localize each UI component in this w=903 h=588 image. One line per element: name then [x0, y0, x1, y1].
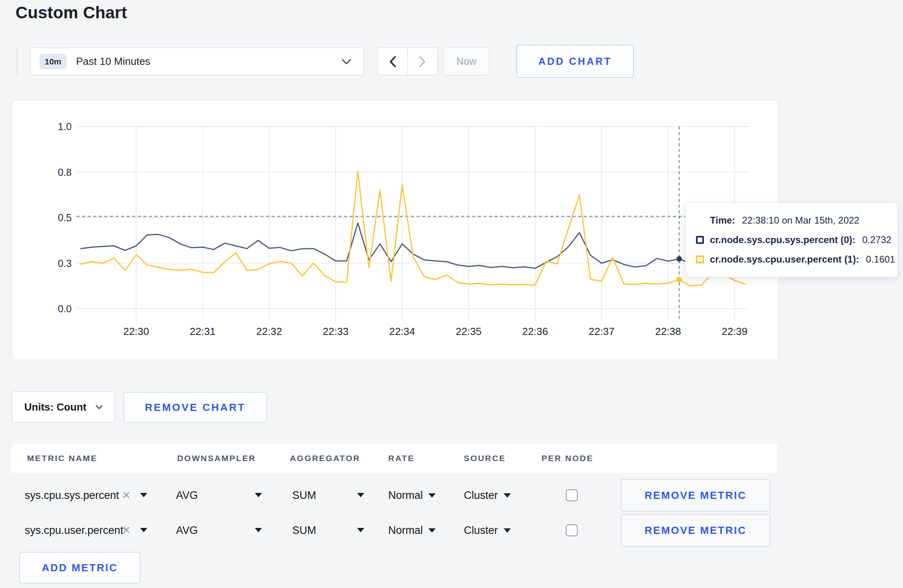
tooltip-series-row: cr.node.sys.cpu.sys.percent (0): 0.2732 [686, 230, 897, 250]
page-title: Custom Chart [16, 3, 127, 22]
x-axis-tick-label: 22:34 [389, 325, 415, 337]
x-axis-tick-label: 22:30 [123, 325, 149, 337]
per-node-checkbox[interactable] [566, 489, 578, 501]
y-axis-tick-label: 1.0 [58, 121, 72, 132]
y-axis-tick-label: 0.0 [58, 303, 72, 314]
column-header-aggregator: AGGREGATOR [290, 444, 360, 473]
units-select[interactable]: Units: Count [12, 391, 115, 423]
x-axis-tick-label: 22:33 [322, 325, 348, 337]
downsampler-select[interactable]: AVG [176, 514, 198, 547]
column-header-metric-name: METRIC NAME [27, 444, 98, 473]
clear-metric-icon[interactable]: ✕ [122, 479, 131, 512]
tooltip-time-label: Time: [710, 215, 735, 226]
dropdown-arrow-icon [357, 528, 364, 532]
dropdown-arrow-icon [255, 493, 262, 497]
toolbar-divider [17, 48, 18, 75]
source-select[interactable]: Cluster [464, 514, 511, 547]
rate-select[interactable]: Normal [388, 514, 436, 547]
remove-metric-button[interactable]: REMOVE METRIC [621, 514, 770, 547]
chart-card: 0.00.30.50.81.022:3022:3122:3222:3322:34… [12, 99, 779, 360]
y-axis-tick-label: 0.5 [58, 212, 72, 223]
column-header-per-node: PER NODE [541, 444, 594, 473]
chevron-left-icon [389, 56, 397, 68]
next-time-button[interactable] [408, 48, 438, 75]
metric-row: sys.cpu.sys.percent ✕ AVG SUM Normal Clu… [0, 479, 903, 512]
y-axis-tick-label: 0.8 [58, 167, 72, 178]
highlight-dot [676, 256, 682, 262]
clear-metric-icon[interactable]: ✕ [122, 514, 131, 547]
prev-time-button[interactable] [378, 48, 408, 75]
series-line [81, 223, 746, 269]
chevron-down-icon [341, 58, 352, 65]
metric-name-select[interactable]: sys.cpu.user.percent [25, 514, 123, 547]
dropdown-arrow-icon [255, 528, 262, 532]
aggregator-select[interactable]: SUM [292, 514, 316, 547]
y-axis-tick-label: 0.3 [58, 258, 72, 269]
x-axis-tick-label: 22:32 [256, 325, 282, 337]
tooltip-series-label: cr.node.sys.cpu.user.percent (1): [710, 254, 859, 265]
downsampler-select[interactable]: AVG [176, 479, 198, 512]
now-button[interactable]: Now [443, 47, 490, 76]
time-range-label: Past 10 Minutes [76, 55, 150, 68]
time-pager [377, 47, 438, 76]
series-line [81, 171, 746, 286]
add-metric-button[interactable]: ADD METRIC [19, 552, 141, 584]
column-header-rate: RATE [388, 444, 414, 473]
source-value: Cluster [464, 524, 498, 537]
custom-timeseries-chart[interactable]: 0.00.30.50.81.022:3022:3122:3222:3322:34… [12, 100, 780, 361]
x-axis-tick-label: 22:35 [455, 325, 481, 337]
tooltip-time-value: 22:38:10 on Mar 15th, 2022 [742, 215, 860, 226]
highlight-dot [676, 277, 682, 282]
rate-value: Normal [388, 489, 423, 502]
per-node-checkbox[interactable] [566, 524, 578, 536]
tooltip-series-value: 0.1601 [866, 254, 895, 265]
x-axis-tick-label: 22:37 [588, 325, 614, 337]
aggregator-select[interactable]: SUM [292, 479, 316, 512]
series-color-swatch [696, 236, 704, 244]
column-header-downsampler: DOWNSAMPLER [177, 444, 256, 473]
chart-tooltip: Time: 22:38:10 on Mar 15th, 2022 cr.node… [685, 202, 898, 277]
units-label: Units: Count [24, 401, 86, 413]
source-value: Cluster [464, 489, 498, 502]
dropdown-arrow-icon [504, 528, 511, 533]
chevron-right-icon [418, 56, 426, 68]
dropdown-arrow-icon [428, 493, 436, 498]
remove-chart-button[interactable]: REMOVE CHART [123, 392, 267, 423]
tooltip-time-row: Time: 22:38:10 on Mar 15th, 2022 [686, 211, 897, 230]
x-axis-tick-label: 22:39 [721, 325, 747, 337]
time-range-badge: 10m [39, 54, 66, 69]
x-axis-tick-label: 22:31 [190, 325, 215, 337]
source-select[interactable]: Cluster [464, 479, 511, 512]
x-axis-tick-label: 22:36 [522, 325, 548, 337]
x-axis-tick-label: 22:38 [655, 325, 681, 337]
dropdown-arrow-icon [140, 493, 147, 497]
time-range-select[interactable]: 10m Past 10 Minutes [30, 47, 364, 76]
series-color-swatch [696, 255, 704, 263]
chevron-down-icon [95, 405, 103, 410]
dropdown-arrow-icon [504, 493, 511, 498]
rate-value: Normal [388, 524, 423, 537]
rate-select[interactable]: Normal [388, 479, 436, 512]
column-header-source: SOURCE [464, 444, 506, 473]
dropdown-arrow-icon [357, 493, 364, 497]
metric-name-select[interactable]: sys.cpu.sys.percent [25, 479, 119, 512]
tooltip-series-label: cr.node.sys.cpu.sys.percent (0): [710, 234, 855, 245]
dropdown-arrow-icon [428, 528, 436, 533]
tooltip-series-row: cr.node.sys.cpu.user.percent (1): 0.1601 [686, 250, 897, 269]
metrics-table-header: METRIC NAME DOWNSAMPLER AGGREGATOR RATE … [12, 444, 777, 473]
dropdown-arrow-icon [140, 528, 147, 532]
add-chart-button[interactable]: ADD CHART [516, 45, 634, 78]
tooltip-series-value: 0.2732 [862, 234, 891, 245]
remove-metric-button[interactable]: REMOVE METRIC [621, 479, 770, 512]
metric-row: sys.cpu.user.percent ✕ AVG SUM Normal Cl… [0, 514, 903, 547]
